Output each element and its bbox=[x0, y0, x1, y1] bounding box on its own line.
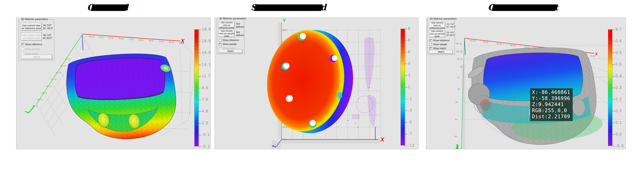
sample-pose-info: Az: 0.0°El: 90.0° bbox=[447, 31, 455, 37]
svg-text:87.03: 87.03 bbox=[497, 42, 502, 45]
z-axis-line bbox=[82, 35, 83, 50]
svg-text:-72: -72 bbox=[457, 76, 460, 79]
svg-text:-78: -78 bbox=[460, 66, 462, 68]
panel2-title-redacted: Sd bbox=[251, 2, 326, 12]
colorbar bbox=[400, 29, 405, 146]
sample-pose-info: Az: 0.0°El: 90.0° bbox=[43, 34, 52, 40]
show-match-checkbox[interactable] bbox=[429, 47, 432, 50]
svg-text:-72,-13: -72,-13 bbox=[50, 78, 56, 81]
show-reference-row: Show reference bbox=[21, 43, 42, 46]
panel3-title-redacted: Ct bbox=[488, 2, 558, 12]
panel-match-view: X Y 101.03 94.03 87.03 80.03 73.03 66.03… bbox=[426, 17, 626, 149]
mesh-wireframe-overlay bbox=[64, 51, 179, 143]
use-view-as-reference-pose-button[interactable]: Use current view as reference pose bbox=[21, 23, 42, 31]
z-axis-label: Z bbox=[272, 145, 276, 148]
colorbar-ticks: 18.918.9 16.514.1 11.79.4 7.04.6 2.2-0.1… bbox=[199, 28, 211, 148]
show-sample-row: Show sample bbox=[21, 48, 40, 50]
left-axis-ticks: -96,-15 -90,-15 -84,-16 -78 -72 -66 -60 … bbox=[454, 42, 463, 138]
show-sample-checkbox[interactable] bbox=[219, 43, 222, 45]
use-view-as-sample-pose-button: Use current view as sample pose bbox=[21, 33, 42, 41]
matcher-parameters-group: 3D Matcher parameters Use current view a… bbox=[427, 19, 455, 55]
show-reference-checkbox[interactable] bbox=[429, 39, 432, 42]
svg-text:-90,-15: -90,-15 bbox=[456, 50, 462, 53]
show-reference-label: Show reference bbox=[433, 39, 450, 42]
show-reference-checkbox[interactable] bbox=[21, 43, 24, 46]
svg-text:90.0: 90.0 bbox=[282, 29, 287, 31]
show-reference-label: Show reference bbox=[25, 43, 42, 46]
colorbar-ticks: 9.70.6 0.50.5 0.40.3 0.20.2 0.10.0 -0.3 bbox=[612, 28, 624, 147]
svg-text:59.03: 59.03 bbox=[149, 39, 154, 42]
panel-sample-view: Y X Z 90.0 80.0 70.0 60.0 50.0 40.0 30.0… bbox=[215, 17, 418, 149]
svg-text:-66,-13: -66,-13 bbox=[46, 85, 52, 87]
group-label: 3D Matcher parameters bbox=[218, 17, 247, 20]
show-sample-checkbox bbox=[21, 48, 24, 50]
svg-text:-54: -54 bbox=[454, 118, 458, 121]
use-view-as-sample-pose-button[interactable]: Use current view as sample pose bbox=[218, 30, 235, 37]
svg-text:-96,-15: -96,-15 bbox=[456, 42, 462, 45]
use-view-as-sample-pose-button[interactable]: Use current view as sample pose bbox=[429, 30, 445, 37]
match-button: Match bbox=[21, 55, 52, 59]
svg-text:-78,-13: -78,-13 bbox=[55, 72, 61, 74]
svg-text:87.03: 87.03 bbox=[108, 37, 114, 39]
tooltip-x: X:-86.460861 bbox=[532, 89, 570, 95]
colorbar bbox=[194, 29, 199, 147]
show-reference-checkbox[interactable] bbox=[219, 39, 222, 42]
matcher-parameters-group: 3D Matcher parameters Use current view a… bbox=[217, 19, 244, 54]
tooltip-z: Z:9.942441 bbox=[532, 101, 570, 107]
svg-text:101.03: 101.03 bbox=[470, 39, 476, 42]
svg-text:-84,-13: -84,-13 bbox=[60, 65, 66, 67]
svg-text:-60,-13: -60,-13 bbox=[41, 92, 47, 94]
point-measurement-tooltip: X:-86.460861 Y:-58.396996 Z:9.942441 RGB… bbox=[530, 88, 573, 121]
svg-text:80.03: 80.03 bbox=[510, 44, 516, 47]
show-reference-row: Show reference bbox=[219, 39, 239, 42]
group-label: 3D Matcher parameters bbox=[429, 17, 458, 20]
show-sample-row: Show sample bbox=[219, 43, 237, 45]
panel-reference-view: X 101.03 94.03 87.03 80.03 73.03 66.03 5… bbox=[16, 17, 211, 149]
svg-text:0.0: 0.0 bbox=[282, 138, 286, 141]
svg-text:-66: -66 bbox=[457, 88, 460, 90]
reference-pose-info: Az: 0.0°El: -90.0° bbox=[447, 23, 456, 28]
matcher-parameters-group: 3D Matcher parameters Use current view a… bbox=[19, 19, 54, 60]
tooltip-rgb: RGB:255,0,0 bbox=[532, 107, 570, 114]
svg-text:38.03: 38.03 bbox=[179, 42, 184, 45]
x-axis-ticks: 101.03 94.03 87.03 80.03 73.03 66.03 59.… bbox=[88, 35, 184, 45]
colorbar-ticks: 88 64 31 -1-3 -5-7 -12 bbox=[405, 27, 416, 147]
svg-text:-84,-16: -84,-16 bbox=[456, 58, 463, 60]
reference-pose-info: Az: 0.0°El: -90.0° bbox=[43, 24, 53, 30]
reference-mesh bbox=[64, 51, 179, 143]
z-axis-line bbox=[464, 38, 465, 55]
axis-hatch-bottom bbox=[282, 140, 380, 143]
show-match-row: Show match bbox=[429, 47, 446, 50]
redaction-bar bbox=[254, 4, 323, 11]
svg-text:101.03: 101.03 bbox=[88, 35, 95, 38]
svg-text:45.03: 45.03 bbox=[169, 41, 174, 43]
match-3d-viewport[interactable]: X Y 101.03 94.03 87.03 80.03 73.03 66.03… bbox=[426, 18, 626, 149]
svg-text:94.03: 94.03 bbox=[483, 41, 488, 44]
axis-hatch-band bbox=[462, 64, 465, 149]
match-button[interactable]: Match bbox=[429, 50, 453, 54]
match-button[interactable]: Match bbox=[219, 49, 242, 53]
y-axis-arrow-icon bbox=[25, 106, 34, 113]
y-axis-ticks: -90,-13 -84,-13 -78,-13 -72,-13 -66,-13 … bbox=[32, 58, 70, 107]
app-window: Cl Sd Ct bbox=[0, 0, 644, 170]
reference-pose-info: Notdefined bbox=[236, 22, 244, 28]
svg-text:94.03: 94.03 bbox=[98, 36, 104, 38]
show-sample-row: Show sample bbox=[429, 43, 447, 46]
show-sample-label: Show sample bbox=[25, 48, 40, 50]
redaction-bar bbox=[91, 4, 128, 11]
axis-hatch-corner bbox=[271, 140, 282, 149]
show-sample-label: Show sample bbox=[222, 43, 237, 45]
svg-text:-54,-13: -54,-13 bbox=[36, 99, 42, 101]
use-view-as-reference-pose-button[interactable]: Use current view as reference pose bbox=[218, 22, 235, 29]
svg-text:38.03: 38.03 bbox=[590, 55, 595, 57]
colorbar bbox=[608, 29, 612, 146]
svg-text:52.03: 52.03 bbox=[159, 40, 164, 43]
sample-3d-viewport[interactable]: Y X Z 90.0 80.0 70.0 60.0 50.0 40.0 30.0… bbox=[215, 18, 418, 149]
x-axis-label: X bbox=[595, 52, 598, 56]
show-sample-checkbox[interactable] bbox=[429, 43, 432, 46]
svg-text:-48: -48 bbox=[454, 135, 457, 138]
svg-text:-60: -60 bbox=[455, 101, 458, 103]
svg-text:73.03: 73.03 bbox=[128, 38, 134, 41]
use-view-as-reference-pose-button[interactable]: Use current view as reference pose bbox=[429, 22, 445, 29]
show-reference-row: Show reference bbox=[429, 39, 450, 42]
